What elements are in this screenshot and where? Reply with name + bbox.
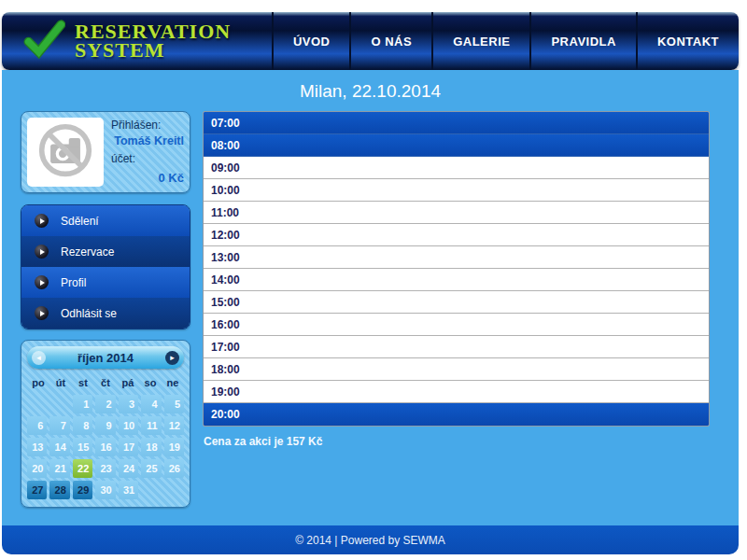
calendar-day[interactable]: 5	[164, 395, 184, 413]
calendar-day-selected[interactable]: 22	[73, 459, 92, 478]
calendar-day[interactable]: 28	[49, 481, 69, 499]
calendar-header: ◂ říjen 2014 ▸	[27, 346, 184, 369]
price-note: Cena za akci je 157 Kč	[203, 435, 710, 448]
calendar-day[interactable]: 2	[95, 395, 115, 413]
calendar-day	[141, 481, 161, 499]
calendar: ◂ říjen 2014 ▸ po út st čt pá so ne	[21, 340, 190, 508]
time-slot-row[interactable]: 19:00	[204, 381, 709, 403]
calendar-next-button[interactable]: ▸	[165, 351, 179, 365]
time-slot-row[interactable]: 11:00	[204, 202, 709, 224]
sidebar-menu: Sdělení Rezervace Profil Odhlásit se	[21, 204, 190, 329]
calendar-day	[49, 395, 69, 413]
calendar-prev-button[interactable]: ◂	[32, 351, 46, 365]
nav-item-pravidla[interactable]: PRAVIDLA	[529, 12, 635, 70]
calendar-day[interactable]: 31	[119, 481, 138, 499]
calendar-day[interactable]: 13	[27, 438, 47, 456]
calendar-day[interactable]: 26	[164, 459, 184, 478]
calendar-day[interactable]: 18	[141, 438, 161, 456]
calendar-day[interactable]: 23	[95, 459, 115, 478]
sidebar-item-profil[interactable]: Profil	[21, 267, 190, 298]
footer: © 2014 | Powered by SEWMA	[2, 525, 739, 554]
nav-item-uvod[interactable]: ÚVOD	[272, 12, 350, 70]
calendar-day[interactable]: 29	[73, 481, 92, 499]
page: RESERVATION SYSTEM ÚVOD O NÁS GALERIE PR…	[2, 12, 739, 554]
calendar-day[interactable]: 21	[49, 459, 69, 478]
sidebar-item-label: Profil	[61, 276, 86, 289]
time-slot-row[interactable]: 13:00	[204, 246, 709, 269]
nav-item-galerie[interactable]: GALERIE	[431, 12, 529, 70]
avatar	[27, 118, 104, 187]
time-slot-label: 17:00	[211, 341, 240, 354]
time-slot-row[interactable]: 12:00	[204, 224, 709, 246]
calendar-day[interactable]: 27	[27, 481, 47, 499]
calendar-day[interactable]: 25	[141, 459, 161, 478]
logo-text: RESERVATION SYSTEM	[75, 22, 231, 60]
time-slot-row[interactable]: 18:00	[204, 358, 709, 381]
schedule-panel: 07:00 08:00 09:00 10:00 11:00 12:00 13:0…	[203, 111, 710, 448]
header: RESERVATION SYSTEM ÚVOD O NÁS GALERIE PR…	[2, 12, 739, 70]
time-slot-row[interactable]: 10:00	[204, 179, 709, 202]
time-slot-label: 19:00	[211, 385, 240, 399]
logo-line2: SYSTEM	[75, 41, 231, 60]
calendar-day[interactable]: 24	[119, 459, 138, 478]
calendar-day[interactable]: 16	[95, 438, 115, 456]
calendar-day[interactable]: 6	[27, 416, 47, 435]
time-slot-row[interactable]: 07:00	[204, 112, 709, 134]
time-slot-label: 11:00	[211, 206, 239, 219]
time-slot-row[interactable]: 17:00	[204, 336, 709, 358]
calendar-day[interactable]: 30	[95, 481, 115, 499]
day-name: pá	[117, 377, 139, 388]
user-info: Přihlášen: Tomáš Kreitl účet: 0 Kč	[111, 118, 184, 187]
calendar-day-names: po út st čt pá so ne	[27, 377, 184, 388]
logo[interactable]: RESERVATION SYSTEM	[2, 12, 272, 70]
time-slot-label: 07:00	[211, 117, 240, 130]
day-name: so	[139, 377, 162, 388]
copyright-text: © 2014 | Powered by SEWMA	[295, 534, 445, 547]
calendar-day[interactable]: 15	[73, 438, 92, 456]
nav-item-kontakt[interactable]: KONTAKT	[636, 12, 739, 70]
time-slot-row[interactable]: 14:00	[204, 269, 709, 291]
day-name: út	[49, 377, 72, 388]
calendar-day[interactable]: 3	[119, 395, 138, 413]
calendar-day[interactable]: 8	[73, 416, 92, 435]
calendar-title: říjen 2014	[78, 351, 134, 365]
calendar-day[interactable]: 20	[27, 459, 47, 478]
no-photo-icon	[37, 122, 93, 182]
chevron-right-icon	[35, 214, 49, 228]
calendar-day[interactable]: 17	[119, 438, 138, 456]
sidebar-item-label: Odhlásit se	[61, 307, 117, 320]
time-slot-row[interactable]: 08:00	[204, 134, 709, 157]
calendar-day[interactable]: 1	[73, 395, 92, 413]
calendar-day[interactable]: 12	[164, 416, 184, 435]
chevron-right-icon	[35, 306, 49, 320]
time-slot-row[interactable]: 15:00	[204, 291, 709, 314]
time-slot-row[interactable]: 16:00	[204, 314, 709, 336]
sidebar-item-odhlasit[interactable]: Odhlásit se	[21, 298, 190, 329]
user-name: Tomáš Kreitl	[111, 134, 184, 147]
calendar-day[interactable]: 10	[119, 416, 138, 435]
time-slot-label: 14:00	[211, 273, 240, 287]
calendar-day[interactable]: 19	[164, 438, 184, 456]
calendar-day	[27, 395, 47, 413]
time-slot-label: 10:00	[211, 184, 240, 197]
time-slot-label: 18:00	[211, 363, 240, 376]
calendar-day[interactable]: 11	[141, 416, 161, 435]
nav-item-o-nas[interactable]: O NÁS	[349, 12, 431, 70]
time-slot-label: 08:00	[211, 139, 240, 152]
day-name: čt	[94, 377, 117, 388]
sidebar-item-rezervace[interactable]: Rezervace	[21, 236, 190, 267]
account-label: účet:	[111, 152, 184, 165]
account-balance: 0 Kč	[111, 171, 184, 185]
calendar-day[interactable]: 14	[49, 438, 69, 456]
time-slot-label: 20:00	[211, 408, 240, 421]
sidebar-item-sdeleni[interactable]: Sdělení	[21, 205, 190, 236]
time-slot-row[interactable]: 20:00	[204, 403, 709, 426]
calendar-day[interactable]: 7	[49, 416, 69, 435]
time-slot-row[interactable]: 09:00	[204, 157, 709, 179]
day-name: po	[27, 377, 49, 388]
calendar-day[interactable]: 9	[95, 416, 115, 435]
calendar-day	[164, 481, 184, 499]
main-area: Milan, 22.10.2014	[2, 70, 739, 525]
main-nav: ÚVOD O NÁS GALERIE PRAVIDLA KONTAKT	[272, 12, 739, 70]
calendar-day[interactable]: 4	[141, 395, 161, 413]
